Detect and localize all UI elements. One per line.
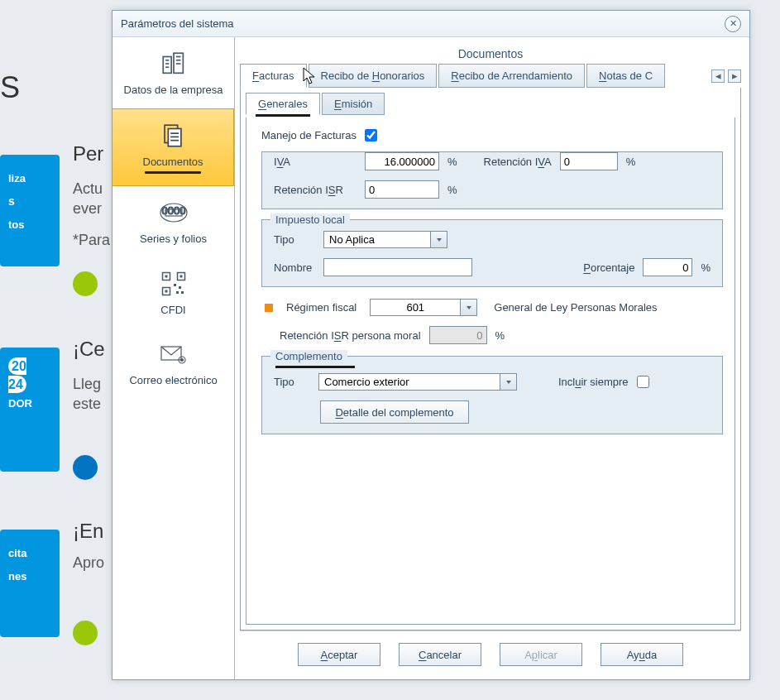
comp-tipo-dropdown[interactable]: Comercio exterior [318,373,517,391]
tab-scroll-left[interactable]: ◂ [711,70,725,83]
percent-label2: % [626,156,636,168]
buildings-icon [159,49,189,79]
svg-rect-23 [179,286,181,289]
counter-icon: 0000 [159,198,189,228]
svg-rect-17 [165,275,167,277]
tab-arrendamiento[interactable]: Recibo de Arrendamiento [438,64,585,88]
iva-input[interactable] [365,152,439,170]
close-icon[interactable]: ✕ [725,16,741,32]
sidebar-item-documentos[interactable]: Documentos [112,108,234,187]
bg-letter-s: S [0,70,20,105]
complemento-underline [275,366,355,368]
regimen-desc: General de Ley Personas Morales [494,301,657,314]
sidebar-item-label: Series y folios [140,233,207,246]
ret-isr-label: Retención ISR [274,184,357,196]
doc-type-tabs: Facturas Recibo de Honorarios Recibo de … [240,64,741,88]
generales-content: Manejo de Facturas IVA % Retención IVA [246,117,735,625]
tab-scroll-right[interactable]: ▸ [728,70,741,83]
svg-rect-0 [163,57,171,74]
documents-icon [158,121,188,151]
chevron-down-icon[interactable] [461,299,477,316]
svg-rect-25 [181,291,184,294]
tab-facturas[interactable]: Facturas [240,64,307,88]
subtab-underline [256,114,310,117]
titlebar: Parámetros del sistema ✕ [112,11,749,37]
main-panel: Documentos Facturas Recibo de Honorarios… [235,37,749,679]
il-porcentaje-label: Porcentaje [583,261,634,274]
il-nombre-input[interactable] [323,258,472,276]
complemento-group: Complemento Tipo Comercio exterior Incl [261,356,723,434]
manejo-label: Manejo de Facturas [261,129,357,141]
ret-isr-pm-label: Retención ISR persona moral [280,329,421,342]
facturas-panel: Generales Emisión Manejo de Facturas IVA [240,88,741,630]
manejo-checkbox[interactable] [365,129,377,141]
ayuda-button[interactable]: Ayuda [601,643,683,666]
regimen-code: 601 [370,299,461,316]
detalle-complemento-button[interactable]: Detalle del complemento [320,400,469,424]
sidebar-item-cfdi[interactable]: CFDI [112,257,234,328]
sidebar: Datos de la empresa Documentos 0000 Seri… [112,37,235,679]
required-marker-icon [265,304,273,312]
system-params-dialog: Parámetros del sistema ✕ Datos de la emp… [112,10,750,680]
tab-honorarios[interactable]: Recibo de Honorarios [309,64,438,88]
percent-label: % [447,156,457,168]
ret-isr-pm-input [429,326,487,344]
ret-iva-input[interactable] [560,152,618,170]
impuesto-local-group: Impuesto local Tipo No Aplica Nombre [261,219,723,287]
il-tipo-label: Tipo [274,233,315,246]
percent-label3: % [447,184,457,196]
bg-card-1: liza s tos [0,155,60,266]
impuesto-local-title: Impuesto local [270,213,350,226]
sidebar-item-label: CFDI [160,304,185,317]
aceptar-button[interactable]: Aceptar [298,643,380,666]
dialog-buttons: Aceptar Cancelar Aplicar Ayuda [240,630,741,674]
svg-text:0000: 0000 [161,204,185,217]
mail-gear-icon [159,339,189,369]
chevron-down-icon[interactable] [431,231,447,248]
qr-icon [159,269,189,299]
regimen-dropdown[interactable]: 601 [370,299,477,316]
bg-card-3: cita nes [0,530,60,637]
sidebar-item-series[interactable]: 0000 Series y folios [112,186,234,257]
ret-isr-input[interactable] [365,180,439,199]
svg-rect-19 [179,275,182,277]
il-porcentaje-input[interactable] [643,258,692,276]
dialog-title: Parámetros del sistema [121,17,234,30]
complemento-title: Complemento [270,350,347,362]
il-tipo-dropdown[interactable]: No Aplica [323,231,447,248]
tab-notas[interactable]: Notas de C [586,64,665,88]
sidebar-item-label: Documentos [143,156,203,169]
section-title: Documentos [240,42,741,64]
sidebar-item-label: Datos de la empresa [124,84,223,97]
il-tipo-value: No Aplica [323,231,431,248]
bg-card-2: 2024 DOR [0,348,60,472]
selection-underline [145,171,201,174]
regimen-label: Régimen fiscal [286,301,357,314]
chevron-down-icon[interactable] [500,373,517,391]
sidebar-item-correo[interactable]: Correo electrónico [112,328,234,399]
ret-iva-label: Retención IVA [484,156,552,168]
percent-label4: % [701,261,711,274]
iva-label: IVA [274,156,357,168]
incluir-checkbox[interactable] [637,376,649,388]
subtab-generales[interactable]: Generales [246,93,320,115]
svg-point-28 [180,359,183,362]
comp-tipo-label: Tipo [274,376,310,388]
svg-rect-22 [174,284,176,286]
sidebar-item-empresa[interactable]: Datos de la empresa [112,37,234,108]
tax-group: IVA % Retención IVA % Retención ISR [261,151,723,209]
cancelar-button[interactable]: Cancelar [399,643,481,666]
svg-rect-24 [176,291,179,294]
comp-tipo-value: Comercio exterior [318,373,500,391]
percent-label5: % [495,329,505,342]
svg-rect-21 [165,290,167,292]
il-nombre-label: Nombre [274,261,315,274]
sidebar-item-label: Correo electrónico [129,374,217,387]
aplicar-button: Aplicar [500,643,582,666]
incluir-label: Incluir siempre [558,376,629,388]
subtab-emision[interactable]: Emisión [322,93,385,115]
